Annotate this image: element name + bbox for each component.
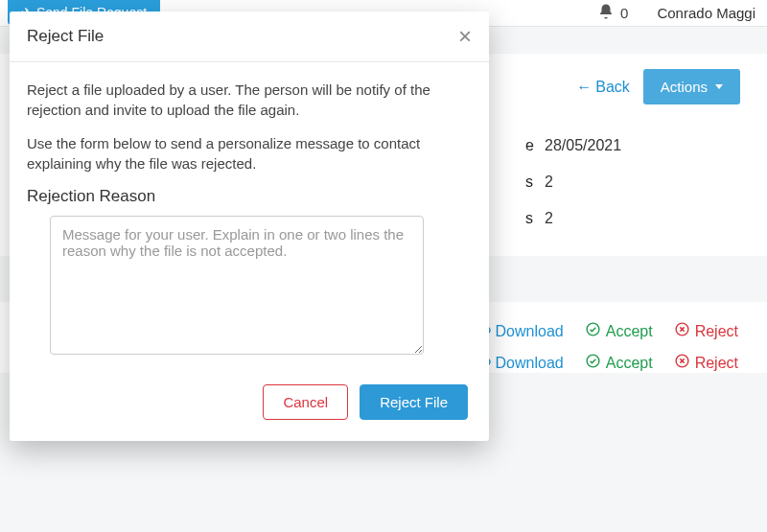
back-link[interactable]: ← Back [576, 79, 630, 96]
x-circle-icon [674, 353, 690, 373]
download-label: Download [496, 355, 564, 372]
modal-header: Reject File × [10, 12, 489, 62]
back-label: Back [595, 79, 630, 96]
x-circle-icon [674, 321, 690, 341]
cancel-button[interactable]: Cancel [263, 384, 348, 420]
check-circle-icon [585, 321, 601, 341]
notif-count: 0 [620, 5, 628, 21]
rejection-reason-textarea[interactable] [50, 216, 424, 355]
accept-label: Accept [606, 355, 653, 372]
submit-label: Reject File [380, 394, 448, 410]
accept-link[interactable]: Accept [585, 321, 653, 341]
modal-footer: Cancel Reject File [10, 365, 489, 441]
close-icon: × [458, 23, 472, 49]
detail-value-count: 2 [545, 173, 553, 191]
reject-link[interactable]: Reject [674, 321, 738, 341]
actions-label: Actions [661, 79, 708, 95]
file-action-row: Download Accept Reject [475, 321, 738, 341]
notifications[interactable]: 0 [597, 3, 628, 23]
check-circle-icon [585, 353, 601, 373]
reject-file-submit-button[interactable]: Reject File [360, 384, 468, 420]
svg-point-2 [587, 355, 599, 367]
reject-label: Reject [695, 323, 738, 340]
user-name-label: Conrado Maggi [657, 5, 755, 21]
close-button[interactable]: × [458, 25, 472, 48]
cancel-label: Cancel [283, 394, 328, 410]
detail-midlabel: s [525, 173, 545, 191]
bell-icon [597, 3, 615, 23]
modal-title: Reject File [27, 27, 104, 46]
arrow-left-icon: ← [576, 79, 592, 96]
modal-description-2: Use the form below to send a personalize… [27, 133, 470, 173]
detail-midlabel: s [525, 210, 545, 227]
rejection-reason-label: Rejection Reason [27, 187, 470, 206]
detail-midlabel: e [525, 137, 545, 154]
modal-description-1: Reject a file uploaded by a user. The pe… [27, 80, 470, 120]
svg-point-0 [587, 323, 599, 335]
actions-dropdown-button[interactable]: Actions [643, 69, 740, 104]
reject-label: Reject [695, 355, 738, 372]
accept-link[interactable]: Accept [585, 353, 653, 373]
reject-link[interactable]: Reject [674, 353, 738, 373]
detail-value-date: 28/05/2021 [545, 137, 621, 154]
modal-body: Reject a file uploaded by a user. The pe… [10, 62, 489, 365]
user-menu[interactable]: Conrado Maggi [657, 5, 755, 21]
detail-value-count: 2 [545, 210, 553, 227]
chevron-down-icon [715, 84, 723, 89]
download-label: Download [496, 323, 564, 340]
reject-file-modal: Reject File × Reject a file uploaded by … [10, 12, 489, 441]
file-action-row: Download Accept Reject [475, 353, 738, 373]
accept-label: Accept [606, 323, 653, 340]
